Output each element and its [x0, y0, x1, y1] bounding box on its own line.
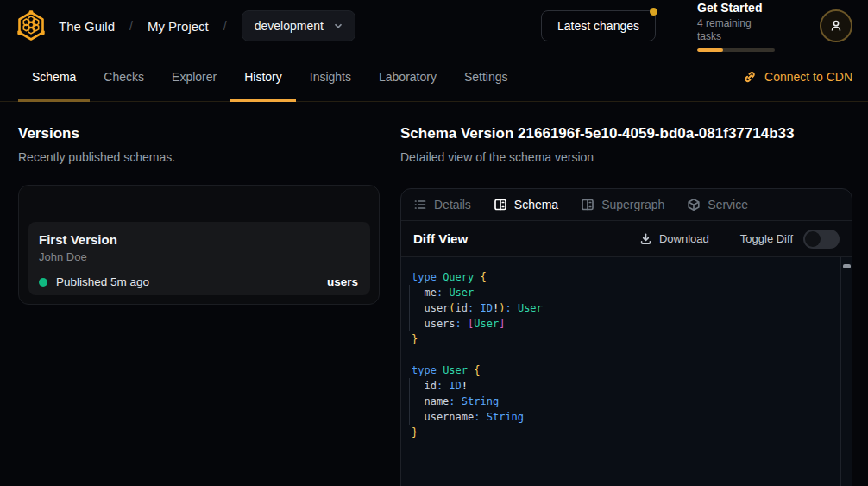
tab-checks-label: Checks [104, 70, 144, 84]
versions-column: Versions Recently published schemas. Fir… [0, 102, 400, 486]
schema-code-viewer: type Query { me: User user(id: ID!): Use… [401, 257, 852, 486]
tab-history-label: History [244, 70, 282, 84]
breadcrumb: The Guild / My Project / development [59, 10, 355, 41]
tab-laboratory[interactable]: Laboratory [365, 52, 450, 101]
indent-guide [409, 285, 410, 331]
tab-settings-label: Settings [464, 70, 508, 84]
tab-underline [90, 99, 158, 102]
columns-icon [581, 198, 594, 211]
latest-changes-label: Latest changes [557, 19, 639, 33]
target-selector-value: development [255, 19, 324, 33]
detail-tab-service-label: Service [708, 198, 748, 211]
latest-changes-button[interactable]: Latest changes [541, 10, 656, 41]
detail-tab-supergraph[interactable]: Supergraph [581, 198, 664, 211]
content-area: Versions Recently published schemas. Fir… [0, 102, 868, 486]
download-label: Download [659, 232, 709, 245]
tab-explorer-label: Explorer [172, 70, 217, 84]
version-service-badge: users [327, 275, 358, 288]
tab-insights[interactable]: Insights [296, 52, 365, 101]
tab-underline [158, 99, 230, 102]
tab-explorer[interactable]: Explorer [158, 52, 230, 101]
version-author: John Doe [39, 250, 358, 264]
detail-tab-service[interactable]: Service [687, 198, 748, 211]
user-avatar-button[interactable] [820, 9, 852, 42]
tab-underline [18, 99, 90, 102]
tab-insights-label: Insights [310, 70, 351, 84]
detail-tab-details-label: Details [434, 198, 471, 211]
detail-tab-details[interactable]: Details [413, 198, 471, 211]
tab-underline [230, 99, 296, 102]
user-icon [829, 19, 843, 33]
tab-history[interactable]: History [230, 52, 296, 101]
tab-underline [365, 99, 450, 102]
download-icon [639, 232, 652, 245]
download-button[interactable]: Download [639, 232, 709, 245]
breadcrumb-project[interactable]: My Project [148, 19, 209, 34]
breadcrumb-separator: / [223, 19, 227, 33]
notification-dot [650, 8, 657, 16]
version-status: Published 5m ago [56, 275, 149, 288]
detail-tab-supergraph-label: Supergraph [601, 198, 664, 211]
code-block: type Query { me: User user(id: ID!): Use… [412, 269, 834, 440]
toggle-diff-switch[interactable] [803, 230, 840, 249]
code-scrollbar-thumb[interactable] [843, 264, 851, 268]
versions-title: Versions [18, 124, 380, 143]
indent-guide [409, 378, 410, 425]
hive-logo-icon[interactable] [14, 9, 48, 43]
version-list-item[interactable]: First Version John Doe Published 5m ago … [28, 222, 370, 295]
top-header: The Guild / My Project / development Lat… [0, 0, 868, 52]
version-detail-column: Schema Version 2166196f-5e10-4059-bd0a-0… [400, 102, 868, 486]
tab-settings[interactable]: Settings [450, 52, 522, 101]
tab-schema-label: Schema [32, 70, 76, 84]
schema-version-title: Schema Version 2166196f-5e10-4059-bd0a-0… [400, 124, 852, 143]
chevron-down-icon [332, 20, 344, 32]
tab-schema[interactable]: Schema [18, 52, 90, 101]
schema-version-subtitle: Detailed view of the schema version [400, 150, 852, 165]
columns-icon [494, 198, 507, 211]
published-status-dot [39, 278, 47, 287]
toggle-diff-label: Toggle Diff [740, 232, 793, 245]
get-started-subtitle: 4 remaining tasks [697, 17, 775, 43]
tab-underline [296, 99, 365, 102]
get-started-title: Get Started [697, 1, 775, 16]
schema-version-panel: Details Schema Supergraph [400, 188, 852, 486]
link-icon [743, 70, 757, 84]
versions-subtitle: Recently published schemas. [18, 150, 380, 165]
tab-laboratory-label: Laboratory [379, 70, 437, 84]
code-scrollbar [840, 257, 852, 486]
diff-view-toolbar: Diff View Download Toggle Diff [401, 221, 852, 257]
connect-to-cdn-label: Connect to CDN [764, 70, 852, 84]
switch-knob [805, 231, 821, 247]
detail-tab-schema[interactable]: Schema [494, 198, 558, 211]
tab-checks[interactable]: Checks [90, 52, 158, 101]
connect-to-cdn-link[interactable]: Connect to CDN [743, 52, 852, 101]
version-name: First Version [39, 232, 358, 248]
target-selector-dropdown[interactable]: development [242, 10, 355, 41]
get-started-progress-fill [697, 48, 723, 52]
breadcrumb-org[interactable]: The Guild [59, 19, 115, 34]
tab-underline [450, 99, 522, 102]
versions-list-container: First Version John Doe Published 5m ago … [18, 185, 380, 305]
breadcrumb-separator: / [129, 19, 133, 33]
list-icon [413, 198, 427, 211]
main-nav: Schema Checks Explorer History Insights … [0, 52, 868, 102]
detail-tab-schema-label: Schema [514, 198, 558, 211]
cube-icon [687, 198, 701, 211]
get-started-progress-bar [697, 48, 775, 52]
get-started-widget[interactable]: Get Started 4 remaining tasks [697, 1, 775, 52]
diff-view-title: Diff View [413, 231, 468, 246]
detail-tabs: Details Schema Supergraph [401, 189, 852, 221]
